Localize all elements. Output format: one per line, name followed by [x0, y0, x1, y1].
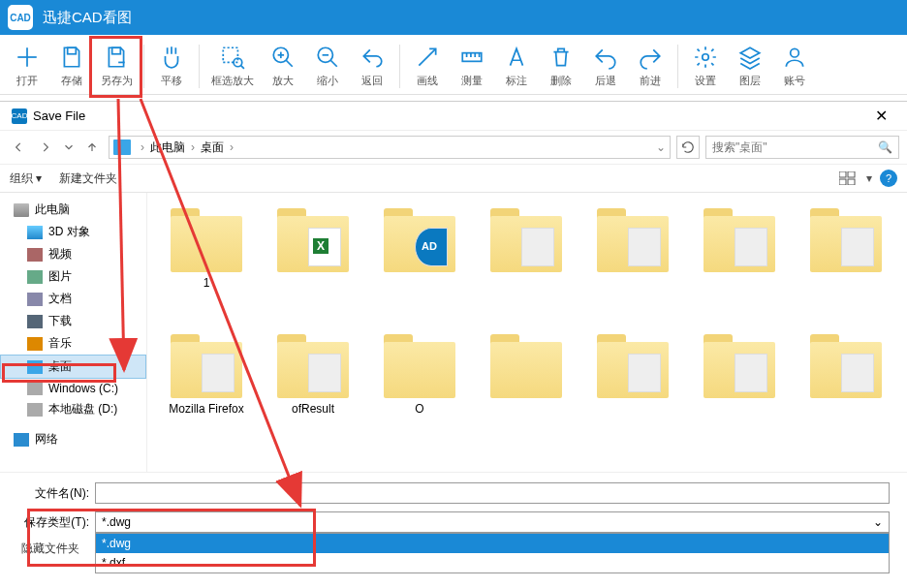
file-item[interactable]: Mozilla Firefox [153, 328, 260, 454]
folder-overlay-icon [521, 228, 554, 266]
file-item[interactable]: O [366, 328, 473, 454]
folder-icon [27, 403, 43, 417]
folder-overlay-icon [628, 228, 661, 266]
filename-input[interactable] [95, 482, 890, 504]
toolbar-back-button[interactable]: 返回 [351, 39, 393, 94]
toolbar-delete-button[interactable]: 删除 [540, 39, 582, 94]
folder-icon [273, 202, 353, 272]
toolbar-zoom-out-button[interactable]: 缩小 [306, 39, 349, 94]
breadcrumb-path[interactable]: 桌面 [201, 139, 224, 156]
file-item[interactable] [793, 202, 899, 328]
forward-nav-button[interactable] [35, 137, 56, 158]
new-folder-button[interactable]: 新建文件夹 [59, 170, 117, 187]
toolbar-layers-button[interactable]: 图层 [729, 39, 771, 94]
redo-icon [638, 43, 663, 72]
up-nav-button[interactable] [81, 137, 103, 158]
toolbar-label: 账号 [784, 74, 805, 88]
toolbar-annotate-button[interactable]: 标注 [495, 39, 538, 94]
svg-line-7 [241, 66, 244, 69]
svg-rect-5 [223, 47, 237, 62]
search-input[interactable] [712, 140, 878, 154]
tree-item-vid[interactable]: 视频 [0, 243, 146, 265]
filetype-option[interactable]: *.dwg [96, 534, 889, 553]
file-item[interactable] [686, 328, 793, 454]
tree-item-pic[interactable]: 图片 [0, 265, 146, 288]
tree-item-c[interactable]: Windows (C:) [0, 379, 146, 398]
folder-icon [700, 202, 779, 272]
view-mode-button[interactable] [837, 169, 859, 188]
toolbar-save-button[interactable]: 存储 [50, 39, 93, 94]
toolbar-zoom-in-button[interactable]: 放大 [262, 39, 304, 94]
file-item[interactable]: 1 [153, 202, 260, 328]
folder-icon [806, 328, 886, 398]
file-item[interactable] [473, 202, 579, 328]
tree-item-doc[interactable]: 文档 [0, 288, 146, 310]
tree-item-d[interactable]: 本地磁盘 (D:) [0, 398, 146, 420]
tree-item-label: 图片 [48, 268, 72, 285]
search-box[interactable]: 🔍 [705, 136, 899, 159]
annotate-icon [504, 43, 529, 72]
toolbar-settings-button[interactable]: 设置 [684, 39, 727, 94]
tree-item-desk[interactable]: 桌面 [0, 355, 146, 379]
line-icon [415, 43, 440, 72]
chevron-down-icon[interactable]: ⌄ [656, 140, 666, 154]
toolbar-label: 图层 [739, 74, 761, 88]
zoom-out-icon [315, 43, 340, 72]
breadcrumb[interactable]: › 此电脑 › 桌面 › ⌄ [109, 136, 671, 159]
file-item[interactable] [793, 328, 899, 454]
filetype-option[interactable]: *.dxf [96, 553, 889, 573]
tree-item-net[interactable]: 网络 [0, 428, 146, 450]
chevron-down-icon[interactable]: ▾ [866, 171, 872, 185]
history-dropdown[interactable] [62, 137, 76, 158]
file-item[interactable] [686, 202, 793, 328]
toolbar-measure-button[interactable]: 测量 [451, 39, 493, 94]
toolbar-label: 设置 [695, 74, 716, 88]
svg-line-9 [286, 60, 293, 67]
folder-icon [167, 328, 246, 398]
folder-overlay-icon [628, 354, 661, 392]
back-nav-button[interactable] [8, 137, 29, 158]
folder-overlay-icon [308, 354, 341, 392]
toolbar-redo-button[interactable]: 前进 [629, 39, 672, 94]
toolbar-label: 前进 [640, 74, 661, 88]
folder-icon [486, 202, 566, 272]
folder-icon [167, 202, 246, 272]
file-item[interactable] [579, 202, 686, 328]
settings-icon [693, 43, 718, 72]
tree-item-pc[interactable]: 此电脑 [0, 199, 146, 221]
tree-item-label: 本地磁盘 (D:) [48, 401, 117, 418]
tree-item-3d[interactable]: 3D 对象 [0, 221, 146, 243]
file-item[interactable] [366, 202, 473, 328]
file-item[interactable] [473, 328, 579, 454]
close-button[interactable]: ✕ [867, 103, 895, 129]
folder-overlay-icon [841, 228, 874, 266]
folder-icon [27, 293, 43, 306]
tree-item-label: 文档 [48, 291, 72, 307]
toolbar-label: 缩小 [317, 74, 338, 88]
tree-item-dl[interactable]: 下载 [0, 310, 146, 332]
folder-icon [27, 248, 43, 262]
organize-menu[interactable]: 组织 ▾ [10, 170, 42, 187]
svg-line-13 [330, 60, 337, 67]
account-icon [782, 43, 807, 72]
refresh-button[interactable] [676, 136, 700, 159]
toolbar-pan-button[interactable]: 平移 [150, 39, 193, 94]
filename-label: 文件名(N): [17, 485, 95, 502]
breadcrumb-root[interactable]: 此电脑 [150, 139, 185, 156]
file-item[interactable] [579, 328, 686, 454]
search-icon[interactable]: 🔍 [878, 140, 892, 154]
tree-item-label: 下载 [48, 313, 72, 329]
file-label: Mozilla Firefox [169, 402, 243, 416]
toolbar-line-button[interactable]: 画线 [406, 39, 449, 94]
toolbar-zoom-box-button[interactable]: 框选放大 [205, 39, 260, 94]
tree-item-mus[interactable]: 音乐 [0, 332, 146, 355]
toolbar-open-button[interactable]: 打开 [6, 39, 48, 94]
file-item[interactable] [260, 202, 366, 328]
toolbar-account-button[interactable]: 账号 [773, 39, 816, 94]
help-button[interactable]: ? [880, 170, 897, 187]
file-item[interactable]: ofResult [260, 328, 366, 454]
toolbar-undo-button[interactable]: 后退 [584, 39, 627, 94]
toolbar-saveas-button[interactable]: 另存为 [95, 39, 138, 94]
filetype-dropdown[interactable]: *.dwg ⌄ *.dwg*.dxf [95, 511, 890, 533]
save-icon [59, 43, 84, 72]
